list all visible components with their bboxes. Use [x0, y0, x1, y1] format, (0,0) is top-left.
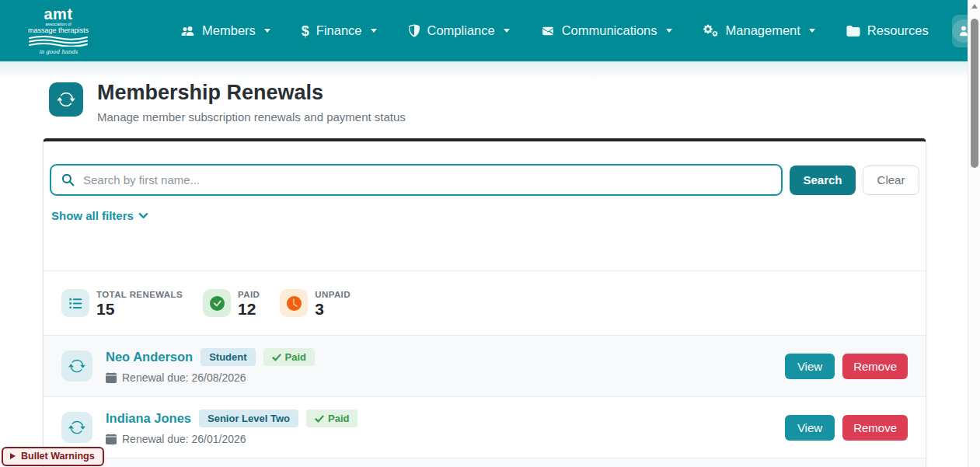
dollar-icon: $	[302, 24, 309, 38]
search-section: Search Clear Show all filters	[44, 141, 926, 270]
stat-paid: PAID 12	[203, 289, 260, 317]
list-icon	[61, 289, 89, 317]
amt-logo[interactable]: amt association of massage therapists in…	[28, 6, 89, 56]
navbar-fade	[0, 61, 968, 80]
paid-badge-label: Paid	[328, 413, 349, 424]
nav-item-management[interactable]: Management	[703, 23, 815, 38]
stat-value: 15	[96, 301, 183, 317]
search-box	[50, 164, 783, 196]
page-title: Membership Renewals	[97, 82, 406, 103]
renewal-due-text: Renewal due: 26/08/2026	[122, 371, 246, 384]
remove-button[interactable]: Remove	[842, 415, 908, 441]
logo-tagline: in good hands	[28, 50, 89, 55]
paid-badge: Paid	[306, 409, 357, 427]
page-header: Membership Renewals Manage member subscr…	[49, 82, 406, 124]
users-icon	[180, 25, 195, 37]
caret-down-icon	[666, 29, 672, 33]
vertical-scrollbar[interactable]	[968, 0, 980, 467]
page-subtitle: Manage member subscription renewals and …	[97, 110, 406, 124]
stat-total-renewals: TOTAL RENEWALS 15	[61, 289, 183, 317]
stat-unpaid: UNPAID 3	[280, 289, 350, 317]
top-navbar: amt association of massage therapists in…	[0, 0, 968, 61]
filters-toggle-label: Show all filters	[51, 209, 134, 222]
stat-label: PAID	[238, 290, 260, 299]
clear-button[interactable]: Clear	[863, 166, 919, 195]
renewal-due-text: Renewal due: 26/01/2026	[122, 433, 246, 445]
search-button[interactable]: Search	[790, 166, 856, 195]
shield-icon	[408, 24, 420, 37]
member-row: Indiana Jones Senior Level Two Paid Rene…	[44, 396, 926, 458]
scrollbar-thumb[interactable]	[971, 19, 978, 168]
stat-value: 3	[315, 301, 350, 317]
view-button[interactable]: View	[785, 354, 835, 379]
refresh-icon	[61, 412, 92, 443]
gears-icon	[703, 24, 719, 37]
nav-item-resources[interactable]: Resources	[846, 23, 929, 38]
logo-subtext-2: massage therapists	[28, 27, 89, 34]
calendar-icon	[106, 434, 117, 444]
nav-label: Resources	[867, 23, 929, 38]
member-row-partial	[44, 458, 926, 467]
caret-down-icon	[504, 29, 510, 33]
caret-down-icon	[371, 29, 377, 33]
paid-badge: Paid	[263, 348, 315, 366]
nav-item-compliance[interactable]: Compliance	[408, 23, 510, 38]
level-badge: Student	[201, 348, 255, 366]
caret-down-icon	[809, 29, 815, 33]
nav-label: Management	[726, 23, 800, 38]
member-name[interactable]: Indiana Jones	[106, 411, 191, 426]
chevron-down-icon	[138, 210, 149, 221]
stat-value: 12	[238, 301, 260, 317]
nav-menu: Members $ Finance Compliance Communicati…	[180, 23, 929, 38]
nav-label: Communications	[562, 23, 657, 38]
refresh-icon	[61, 350, 92, 382]
stat-label: UNPAID	[315, 290, 350, 299]
calendar-icon	[106, 372, 117, 383]
check-circle-icon	[203, 289, 231, 317]
waves-icon	[28, 36, 89, 49]
stat-label: TOTAL RENEWALS	[96, 290, 183, 299]
nav-label: Members	[202, 23, 256, 38]
caret-down-icon	[264, 29, 270, 33]
play-icon	[10, 453, 16, 459]
paid-badge-label: Paid	[285, 351, 306, 363]
envelope-icon	[541, 26, 555, 37]
show-all-filters-toggle[interactable]: Show all filters	[51, 209, 149, 222]
logo-text: amt	[28, 6, 89, 22]
level-badge: Senior Level Two	[199, 409, 298, 427]
check-icon	[315, 414, 324, 423]
member-row: Neo Anderson Student Paid Renewal due: 2…	[44, 335, 926, 396]
folder-icon	[846, 25, 860, 37]
renewals-card: Search Clear Show all filters TOTAL RENE…	[43, 138, 926, 467]
search-input[interactable]	[82, 166, 781, 194]
stats-section: TOTAL RENEWALS 15 PAID 12 UNPAID 3	[44, 270, 926, 335]
clock-icon	[280, 289, 308, 317]
nav-label: Finance	[316, 23, 362, 38]
nav-item-members[interactable]: Members	[180, 23, 270, 38]
bullet-warnings-label: Bullet Warnings	[21, 451, 95, 462]
nav-label: Compliance	[427, 23, 495, 38]
nav-item-communications[interactable]: Communications	[541, 23, 672, 38]
bullet-warnings-button[interactable]: Bullet Warnings	[2, 447, 104, 466]
remove-button[interactable]: Remove	[842, 354, 908, 379]
member-name[interactable]: Neo Anderson	[106, 350, 193, 364]
scroll-up-arrow-icon[interactable]	[971, 4, 978, 9]
check-icon	[272, 353, 281, 362]
nav-item-finance[interactable]: $ Finance	[302, 23, 377, 38]
view-button[interactable]: View	[785, 415, 835, 441]
search-icon	[61, 173, 75, 186]
refresh-icon	[49, 82, 83, 117]
